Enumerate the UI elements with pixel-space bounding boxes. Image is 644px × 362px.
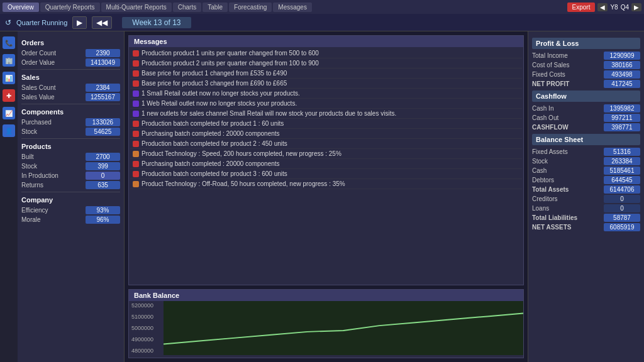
message-item: Purchasing batch completed : 20000 compo…	[130, 159, 522, 169]
message-text: Product Technology : Speed, 200 hours co…	[142, 150, 341, 157]
message-text: 1 new outlets for sales channel Small Re…	[142, 110, 396, 117]
week-label: Week 13 of 13	[122, 17, 191, 28]
order-value-label: Order Value	[21, 59, 55, 66]
balance-stock-label: Stock	[532, 158, 548, 165]
total-liabilities-row: Total Liabilities 58787	[532, 214, 640, 222]
purchased-row: Purchased 133026	[21, 118, 120, 126]
tab-messages[interactable]: Messages	[273, 3, 312, 12]
year-prev-button[interactable]: ◀	[597, 3, 608, 11]
cash-out-value: 997211	[604, 114, 640, 122]
rewind-button[interactable]: ◀◀	[92, 16, 112, 29]
loans-row: Loans 0	[532, 204, 640, 212]
total-income-value: 1290909	[604, 52, 640, 60]
morale-label: Morale	[21, 216, 41, 223]
balance-stock-row: Stock 263384	[532, 157, 640, 165]
icon-plus[interactable]: ✚	[3, 89, 15, 102]
message-item: Production product 1 units per quarter c…	[130, 48, 522, 58]
built-label: Built	[21, 153, 33, 160]
product-stock-value: 399	[86, 162, 120, 170]
cashflow-total-value: 398771	[604, 123, 640, 131]
icon-building[interactable]: 🏢	[3, 54, 15, 67]
cashflow-title: Cashflow	[532, 90, 640, 102]
message-item: Product Technology : Speed, 200 hours co…	[130, 149, 522, 159]
tab-forecasting[interactable]: Forecasting	[229, 3, 272, 12]
tab-charts[interactable]: Charts	[173, 3, 201, 12]
message-text: Base price for product 1 changed from £5…	[142, 70, 287, 77]
play-button[interactable]: ▶	[72, 16, 87, 29]
message-text: Production batch completed for product 3…	[142, 170, 287, 177]
balance-sheet-title: Balance Sheet	[532, 134, 640, 145]
efficiency-row: Efficiency 93%	[21, 206, 120, 214]
creditors-row: Creditors 0	[532, 195, 640, 203]
export-button[interactable]: Export	[567, 3, 596, 12]
icon-chart[interactable]: 📊	[3, 72, 15, 84]
tab-multi-quarter-reports[interactable]: Multi-Quarter Reports	[101, 3, 172, 12]
message-text: 1 Small Retail outlet now no longer stoc…	[142, 90, 300, 97]
returns-label: Returns	[21, 182, 43, 189]
year-next-button[interactable]: ▶	[631, 3, 641, 11]
icon-phone[interactable]: 📞	[3, 36, 15, 49]
message-text: Production batch completed for product 2…	[142, 140, 287, 147]
sales-value-label: Sales Value	[21, 94, 55, 101]
tab-quarterly-reports[interactable]: Quarterly Reports	[40, 3, 100, 12]
cost-of-sales-row: Cost of Sales 380166	[532, 61, 640, 69]
message-item: Production batch completed for product 2…	[130, 139, 522, 149]
orders-section-title: Orders	[21, 39, 120, 47]
left-panel: Orders Order Count 2390 Order Value 1413…	[18, 31, 125, 362]
order-value-row: Order Value 1413049	[21, 58, 120, 67]
returns-row: Returns 635	[21, 181, 120, 189]
cash-label: Cash	[532, 167, 547, 174]
net-assets-value: 6085919	[604, 223, 640, 231]
chart-label: 4800000	[131, 348, 162, 354]
morale-value: 96%	[86, 216, 120, 224]
loans-value: 0	[604, 204, 640, 212]
message-item: Purchasing batch completed : 20000 compo…	[130, 129, 522, 139]
tab-table[interactable]: Table	[203, 3, 228, 12]
order-value-value: 1413049	[86, 58, 120, 67]
message-dot	[133, 151, 139, 157]
in-production-label: In Production	[21, 172, 58, 179]
message-text: Production product 2 units per quarter c…	[142, 60, 319, 67]
message-dot	[133, 90, 139, 97]
fixed-assets-row: Fixed Assets 51316	[532, 148, 640, 156]
message-dot	[133, 121, 139, 127]
message-dot	[133, 111, 139, 117]
message-text: Base price for product 3 changed from £6…	[142, 80, 287, 87]
cash-out-row: Cash Out 997211	[532, 114, 640, 122]
built-value: 2700	[86, 153, 120, 161]
total-liabilities-label: Total Liabilities	[532, 214, 577, 221]
stock-row: Stock 54625	[21, 128, 120, 136]
chart-label: 5200000	[131, 302, 162, 309]
message-dot	[133, 101, 139, 107]
cashflow-total-row: CASHFLOW 398771	[532, 123, 640, 131]
message-dot	[133, 131, 139, 137]
cash-row: Cash 5185461	[532, 167, 640, 175]
product-stock-row: Stock 399	[21, 162, 120, 170]
message-dot	[133, 60, 139, 67]
bank-balance-section: Bank Balance 520000051000005000000490000…	[128, 289, 524, 358]
message-text: Production product 1 units per quarter c…	[142, 50, 319, 57]
message-item: 1 Small Retail outlet now no longer stoc…	[130, 89, 522, 99]
message-item: 1 new outlets for sales channel Small Re…	[130, 109, 522, 119]
net-profit-value: 417245	[604, 80, 640, 88]
creditors-value: 0	[604, 195, 640, 203]
stock-value: 54625	[86, 128, 120, 136]
net-assets-row: NET ASSETS 6085919	[532, 223, 640, 231]
side-icons: 📞 🏢 📊 ✚ 📈 👤	[0, 31, 18, 362]
message-dot	[133, 70, 139, 77]
debtors-label: Debtors	[532, 177, 554, 184]
tab-overview[interactable]: Overview	[3, 3, 39, 12]
sales-value-row: Sales Value 1255167	[21, 93, 120, 101]
purchased-label: Purchased	[21, 119, 52, 126]
quarter-running-label: Quarter Running	[16, 19, 67, 26]
built-row: Built 2700	[21, 153, 120, 161]
sales-count-label: Sales Count	[21, 84, 55, 91]
message-item: Production batch completed for product 3…	[130, 169, 522, 179]
icon-person[interactable]: 👤	[3, 124, 15, 137]
profit-loss-title: Profit & Loss	[532, 38, 640, 49]
total-assets-value: 6144706	[604, 185, 640, 194]
stock-label: Stock	[21, 128, 37, 135]
icon-graph[interactable]: 📈	[3, 107, 15, 119]
messages-list[interactable]: Production product 1 units per quarter c…	[129, 47, 523, 282]
cost-of-sales-value: 380166	[604, 61, 640, 69]
